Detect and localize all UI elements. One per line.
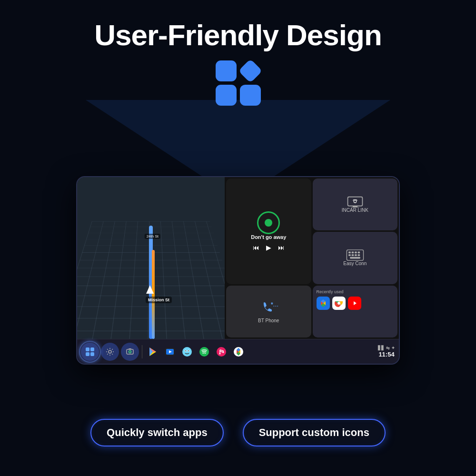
incar-link-label: INCAR LINK: [342, 208, 368, 213]
widget-bt-phone[interactable]: * ··· BT Phone: [226, 286, 311, 337]
widget-recently-used[interactable]: Recently used: [313, 286, 398, 337]
svg-point-31: [199, 347, 209, 357]
recent-app-chrome[interactable]: [332, 297, 346, 310]
next-button[interactable]: ⏭: [278, 244, 285, 251]
prev-button[interactable]: ⏮: [253, 244, 259, 251]
svg-rect-1: [353, 206, 357, 208]
svg-rect-5: [351, 252, 354, 254]
keyboard-icon: [346, 249, 364, 261]
taskbar-spotify[interactable]: [197, 344, 212, 359]
svg-rect-22: [129, 348, 131, 349]
feature-badge-custom-icons: Support custom icons: [243, 419, 386, 446]
svg-rect-9: [351, 255, 354, 257]
cluster-sq-4: [240, 85, 261, 106]
gear-icon: [106, 347, 114, 356]
map-area: Mission St 24th St: [77, 177, 225, 339]
monitor-icon: [347, 196, 364, 208]
recently-used-title: Recently used: [317, 289, 394, 294]
page-title: User-Friendly Design: [0, 0, 476, 52]
svg-rect-6: [355, 252, 357, 254]
svg-rect-11: [357, 255, 360, 257]
screenshot-icon: [126, 347, 134, 356]
spotify-controls: ⏮ ▶ ⏭: [253, 244, 285, 251]
svg-rect-7: [357, 252, 360, 254]
taskbar-waze[interactable]: [179, 344, 195, 359]
widget-spotify[interactable]: Don't go away ⏮ ▶ ⏭: [226, 178, 311, 284]
svg-point-29: [185, 350, 186, 351]
taskbar-divider: [142, 345, 142, 358]
feature-badge-quickly-switch: Quickly switch apps: [90, 419, 224, 446]
svg-point-33: [219, 353, 221, 354]
svg-point-16: [337, 302, 340, 305]
widget-incar-link[interactable]: INCAR LINK: [313, 178, 398, 230]
svg-rect-20: [127, 349, 133, 354]
easy-conn-label: Easy Conn: [343, 261, 367, 266]
bt-dots: ···: [273, 302, 279, 309]
status-time: 11:54: [378, 351, 394, 358]
screen-mockup: Mission St 24th St Don't go away ⏮ ▶ ⏭: [76, 176, 400, 365]
taskbar-status: ▋▋ ⇋ ✦ 11:54: [378, 346, 395, 358]
widget-easy-conn[interactable]: Easy Conn: [313, 232, 398, 284]
cluster-sq-2: [238, 59, 262, 83]
bt-phone-label: BT Phone: [258, 318, 279, 323]
status-icons: ▋▋ ⇋ ✦: [378, 346, 395, 350]
svg-point-21: [129, 350, 131, 353]
recent-app-maps[interactable]: [317, 297, 330, 310]
taskbar-maps[interactable]: [231, 344, 246, 359]
spotify-song-title: Don't go away: [251, 234, 286, 240]
app-icon-cluster: [0, 60, 476, 106]
taskbar-screenshot[interactable]: [121, 343, 139, 361]
feature-badges: Quickly switch apps Support custom icons: [0, 419, 476, 446]
svg-rect-8: [348, 255, 351, 257]
svg-rect-12: [350, 257, 360, 259]
right-panel: Don't go away ⏮ ▶ ⏭ INCAR LINK: [225, 177, 399, 339]
taskbar-settings[interactable]: [101, 343, 119, 361]
svg-point-34: [223, 351, 224, 353]
taskbar-playstore[interactable]: [145, 344, 160, 359]
svg-point-26: [182, 347, 192, 357]
play-button[interactable]: ▶: [266, 244, 271, 251]
spotify-icon: [257, 211, 280, 234]
svg-rect-4: [348, 252, 351, 254]
recent-app-youtube[interactable]: [348, 297, 361, 310]
svg-rect-10: [355, 255, 357, 257]
svg-rect-0: [347, 197, 362, 206]
svg-point-30: [188, 350, 189, 351]
taskbar-music[interactable]: [214, 344, 229, 359]
cluster-sq-1: [216, 60, 237, 81]
recent-apps-list: [317, 297, 394, 310]
taskbar-youtube-tv[interactable]: [162, 344, 178, 359]
map-label-mission: Mission St: [146, 297, 172, 303]
taskbar-app-switcher[interactable]: [81, 343, 99, 361]
taskbar: ▋▋ ⇋ ✦ 11:54: [77, 339, 399, 364]
map-label-24th: 24th St: [145, 234, 160, 239]
svg-point-19: [109, 350, 111, 353]
cluster-sq-3: [216, 85, 237, 106]
